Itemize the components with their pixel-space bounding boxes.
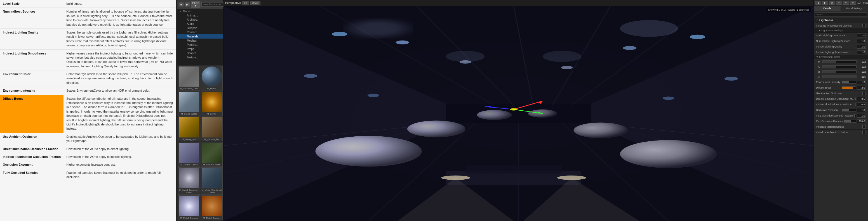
sliders-container: Environment IntensityDiffuse BoostUse Am…	[814, 79, 868, 135]
slider-fill	[844, 120, 851, 122]
slider-bar[interactable]	[842, 109, 856, 111]
vp-show-btn[interactable]: Show	[250, 1, 261, 5]
cb-tree-item[interactable]: Materials	[177, 34, 223, 39]
doc-row-text: Scales the diffuse contribution of all m…	[63, 95, 176, 133]
slider-checkbox[interactable]	[862, 91, 866, 95]
doc-row-text: Scales the sample counts used by the Lig…	[63, 29, 176, 49]
cb-tree-item[interactable]: Blueprin...	[177, 26, 223, 30]
cb-asset[interactable]: M_Glowy	[200, 91, 223, 116]
asset-thumbnail	[202, 168, 222, 188]
doc-row-text: Higher values cause the indirect lightin…	[63, 49, 176, 70]
env-bar-fill-b	[823, 71, 836, 73]
slider-value-input[interactable]	[857, 114, 866, 118]
cb-asset[interactable]: M_Metal_Brushed_Nickel	[178, 168, 200, 195]
slider-bar[interactable]	[844, 120, 856, 123]
cb-asset[interactable]: M_Ground_Gravel	[178, 142, 200, 167]
svg-point-22	[620, 140, 717, 168]
tab-world-settings[interactable]: World Settings	[841, 6, 868, 11]
input-static-lighting-scale[interactable]	[857, 34, 866, 37]
svg-point-23	[407, 120, 465, 137]
asset-name: M_Ground_Moss	[202, 163, 222, 166]
env-bar-a[interactable]	[823, 75, 857, 78]
toolbar-btn-4[interactable]: ☀	[836, 1, 842, 5]
checkbox-force-no-precomputed[interactable]	[862, 24, 866, 27]
svg-point-37	[623, 46, 637, 50]
slider-value-input[interactable]	[857, 97, 866, 101]
toolbar-btn-1[interactable]: ◀	[815, 1, 821, 5]
perspective-label: Perspective	[225, 1, 241, 4]
cb-forward-btn[interactable]: ▶	[185, 2, 190, 7]
slider-value-input[interactable]	[857, 103, 866, 106]
cb-filters-btn[interactable]: Filters ▼	[191, 1, 200, 8]
cb-tree-item[interactable]: Props	[177, 47, 223, 51]
env-val-g: 102	[857, 65, 866, 68]
env-val-a: 255	[857, 75, 866, 78]
doc-row-label: Indirect Lighting Smoothness	[0, 49, 63, 70]
details-search-input[interactable]	[815, 12, 867, 17]
slider-bar[interactable]	[854, 114, 856, 117]
doc-row-text: Number of times light is allowed to boun…	[63, 8, 176, 29]
svg-point-40	[724, 77, 738, 81]
cb-back-btn[interactable]: ◀	[179, 2, 184, 7]
doc-row: Use Ambient OcclusionEnables static Ambi…	[0, 133, 176, 145]
env-val-b: 102	[857, 70, 866, 73]
cb-tree-item[interactable]: Particle...	[177, 43, 223, 47]
cb-asset[interactable]: M_Metal_Copper	[200, 195, 223, 220]
input-indirect-smoothness[interactable]	[857, 50, 866, 54]
cb-asset[interactable]: M_Glowy_wat	[178, 116, 200, 141]
label-indirect-bounces: Num Indirect Lighting Bounces	[816, 40, 857, 42]
cb-tree-item[interactable]: Charact...	[177, 30, 223, 34]
cb-asset[interactable]: M_Ground_Moss	[200, 142, 223, 167]
cb-asset[interactable]: M_Metal_Burnished_Steel	[200, 168, 223, 195]
slider-row: Fully Occluded Samples Fraction	[814, 113, 868, 118]
env-bar-b[interactable]	[823, 70, 857, 73]
cb-asset[interactable]: M_Metal_Chrome	[178, 195, 200, 220]
toolbar-btn-6[interactable]: ↻	[850, 1, 856, 5]
input-indirect-quality[interactable]	[857, 45, 866, 49]
cb-asset[interactable]: M_Glass	[200, 66, 223, 90]
row-indirect-quality: Indirect Lighting Quality	[814, 44, 868, 49]
cb-tree-item[interactable]: ▼Game	[177, 9, 223, 13]
cb-tree-item[interactable]: Texture...	[177, 55, 223, 60]
svg-marker-4	[446, 104, 591, 123]
env-row-a: A 255	[814, 74, 868, 79]
section-lightmass-header[interactable]: ▼ Lightmass	[814, 18, 868, 23]
tab-details[interactable]: Details	[814, 6, 841, 11]
slider-bar[interactable]	[856, 103, 856, 106]
input-indirect-bounces[interactable]	[857, 39, 866, 43]
env-label: Environment Color	[819, 56, 840, 59]
cb-asset[interactable]: M_Concrete_Tiles	[178, 66, 200, 90]
slider-checkbox[interactable]	[862, 131, 866, 134]
doc-row-label: Use Ambient Occlusion	[0, 133, 63, 145]
slider-value-input[interactable]	[857, 119, 866, 123]
slider-label: Direct Illumination Occlusion Fra...	[816, 98, 854, 100]
slider-checkbox[interactable]	[862, 125, 866, 128]
env-bar-r[interactable]	[823, 60, 857, 63]
toolbar-btn-5[interactable]: ✦	[843, 1, 849, 5]
slider-bar[interactable]	[842, 81, 856, 83]
content-browser: ◀ ▶ Filters ▼ ▼GameAnimat...Architec...A…	[177, 0, 223, 221]
toolbar-btn-3[interactable]: ⚙	[829, 1, 835, 5]
doc-row: Indirect Lighting QualityScales the samp…	[0, 29, 176, 49]
toolbar-btn-2[interactable]: ▶	[822, 1, 828, 5]
env-bar-g[interactable]	[823, 65, 857, 68]
slider-fill	[854, 115, 855, 117]
slider-bar[interactable]	[842, 86, 856, 89]
slider-value-input[interactable]	[857, 86, 866, 90]
doc-row-text: Enables static Ambient Occlusion to be c…	[63, 133, 176, 145]
viewport[interactable]: Perspective LR Show	[223, 0, 813, 221]
slider-bar[interactable]	[855, 98, 856, 100]
scene-svg	[223, 6, 813, 221]
cb-tree-item[interactable]: Animat...	[177, 13, 223, 17]
vp-lr-btn[interactable]: LR	[242, 1, 249, 5]
slider-value-input[interactable]	[857, 80, 866, 84]
tree-item-label: Game	[183, 10, 190, 13]
cb-tree-item[interactable]: Audio	[177, 22, 223, 26]
cb-asset[interactable]: M_Glass_Water	[178, 91, 200, 116]
cb-asset[interactable]: M_Ground_Dir	[200, 116, 223, 141]
section-arrow: ▼	[816, 19, 818, 22]
slider-value-input[interactable]	[857, 108, 866, 112]
cb-tree-item[interactable]: Architec...	[177, 17, 223, 22]
cb-tree-item[interactable]: Meshes	[177, 39, 223, 43]
cb-tree-item[interactable]: Shapes	[177, 51, 223, 55]
